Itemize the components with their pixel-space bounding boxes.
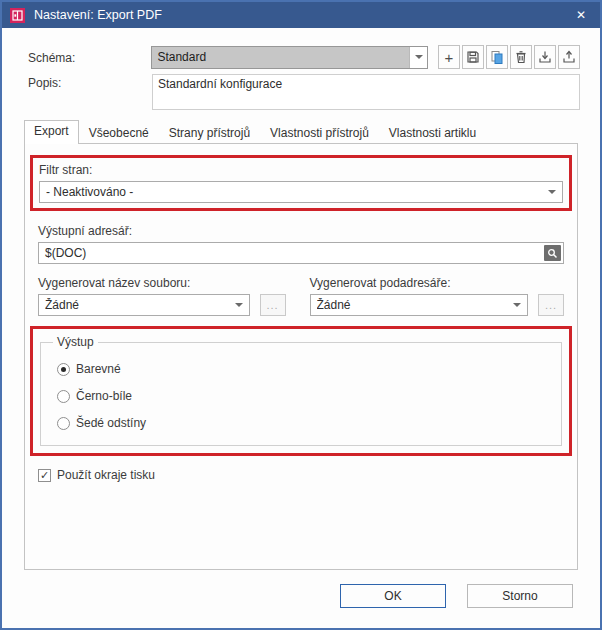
- generate-subdir-label: Vygenerovat podadresáře:: [310, 276, 564, 290]
- tab-strany-pristroju[interactable]: Strany přístrojů: [159, 122, 260, 144]
- trash-icon: [514, 50, 528, 64]
- print-margins-checkbox-row[interactable]: ✓ Použít okraje tisku: [38, 468, 564, 482]
- generate-subdir-value: Žádné: [317, 298, 513, 312]
- save-scheme-button[interactable]: [462, 45, 484, 69]
- print-margins-label: Použít okraje tisku: [57, 468, 155, 482]
- chevron-down-icon: [548, 190, 556, 194]
- output-dir-value: $(DOC): [45, 246, 544, 260]
- export-scheme-button[interactable]: [558, 45, 580, 69]
- copy-scheme-button[interactable]: [486, 45, 508, 69]
- checkbox-checked-icon[interactable]: ✓: [38, 469, 51, 482]
- filename-more-button[interactable]: ...: [260, 294, 286, 316]
- copy-icon: [490, 50, 504, 64]
- plus-icon: +: [445, 49, 454, 66]
- radio-cerno-bile-label: Černo-bíle: [76, 389, 132, 403]
- output-dir-label: Výstupní adresář:: [38, 224, 564, 238]
- description-field[interactable]: Standardní konfigurace: [152, 74, 580, 110]
- radio-cerno-bile[interactable]: Černo-bíle: [57, 387, 551, 405]
- chevron-down-icon: [235, 303, 243, 307]
- scheme-toolbar: +: [438, 45, 580, 69]
- output-dir-input[interactable]: $(DOC): [38, 242, 564, 264]
- close-icon[interactable]: ✕: [572, 6, 590, 24]
- import-icon: [538, 50, 552, 64]
- search-icon: [547, 248, 558, 259]
- schema-combobox[interactable]: Standard: [151, 46, 428, 69]
- page-filter-dropdown[interactable]: - Neaktivováno -: [39, 181, 563, 203]
- page-filter-value: - Neaktivováno -: [46, 185, 548, 199]
- export-tab-panel: Filtr stran: - Neaktivováno - Výstupní a…: [24, 143, 578, 570]
- window-title: Nastavení: Export PDF: [34, 8, 572, 22]
- add-scheme-button[interactable]: +: [438, 45, 460, 69]
- generate-filename-value: Žádné: [45, 298, 235, 312]
- generate-subdir-dropdown[interactable]: Žádné: [310, 294, 528, 316]
- delete-scheme-button[interactable]: [510, 45, 532, 69]
- export-pdf-dialog: Nastavení: Export PDF ✕ Schéma: Standard…: [0, 0, 602, 630]
- radio-icon[interactable]: [57, 363, 70, 376]
- generate-filename-label: Vygenerovat název souboru:: [38, 276, 286, 290]
- annotation-box-output: Výstup Barevné Černo-bíle Šedé odstíny: [30, 326, 572, 456]
- chevron-down-icon[interactable]: [409, 47, 427, 68]
- radio-barevne[interactable]: Barevné: [57, 360, 551, 378]
- page-filter-label: Filtr stran:: [39, 163, 563, 177]
- save-icon: [466, 50, 480, 64]
- tab-vlastnosti-artiklu[interactable]: Vlastnosti artiklu: [379, 122, 486, 144]
- output-groupbox: Výstup Barevné Černo-bíle Šedé odstíny: [40, 335, 562, 446]
- description-label: Popis:: [28, 74, 152, 90]
- radio-sede-odstiny[interactable]: Šedé odstíny: [57, 414, 551, 432]
- annotation-box-filter: Filtr stran: - Neaktivováno -: [30, 155, 572, 211]
- ok-button[interactable]: OK: [340, 584, 446, 608]
- radio-barevne-label: Barevné: [76, 362, 121, 376]
- export-icon: [562, 50, 576, 64]
- tab-strip: Export Všeobecné Strany přístrojů Vlastn…: [24, 121, 578, 143]
- browse-button[interactable]: [544, 245, 561, 261]
- cancel-button[interactable]: Storno: [467, 584, 573, 608]
- chevron-down-icon: [513, 303, 521, 307]
- import-scheme-button[interactable]: [534, 45, 556, 69]
- tab-vseobecne[interactable]: Všeobecné: [79, 122, 159, 144]
- tab-export[interactable]: Export: [24, 120, 79, 144]
- subdir-more-button[interactable]: ...: [538, 294, 564, 316]
- tab-vlastnosti-pristroju[interactable]: Vlastnosti přístrojů: [260, 122, 379, 144]
- schema-value: Standard: [152, 47, 409, 68]
- generate-filename-dropdown[interactable]: Žádné: [38, 294, 250, 316]
- radio-icon[interactable]: [57, 390, 70, 403]
- schema-label: Schéma:: [28, 49, 151, 65]
- titlebar: Nastavení: Export PDF ✕: [2, 2, 600, 28]
- radio-sede-odstiny-label: Šedé odstíny: [76, 416, 146, 430]
- app-icon: [10, 8, 25, 23]
- output-group-legend: Výstup: [53, 335, 98, 349]
- radio-icon[interactable]: [57, 417, 70, 430]
